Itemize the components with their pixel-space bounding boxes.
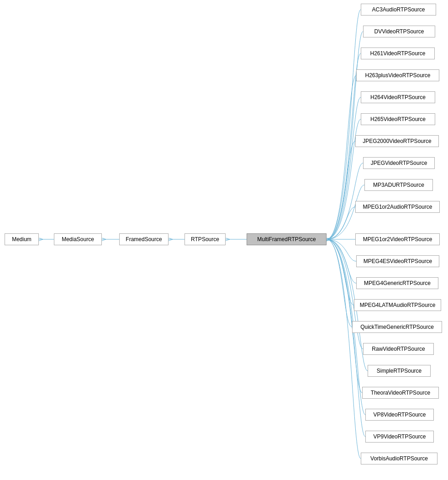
node-mediasource: MediaSource <box>54 233 102 245</box>
arrow-VorbisAudioRTPSource-to-MultiFramedRTPSource <box>327 239 361 459</box>
node-medium: Medium <box>5 233 39 245</box>
node-ac3audiortpsource: AC3AudioRTPSource <box>361 4 436 16</box>
node-rawvideortpsource: RawVideoRTPSource <box>363 343 434 355</box>
arrow-MPEG1or2AudioRTPSource-to-MultiFramedRTPSource <box>327 207 355 239</box>
node-mpeg4latmaudiortpsource: MPEG4LATMAudioRTPSource <box>354 299 441 311</box>
node-h261videortpsource: H261VideoRTPSource <box>361 47 435 59</box>
node-jpegvideortpsource: JPEGVideoRTPSource <box>363 157 435 169</box>
node-mp3adurtpsource: MP3ADURTPSource <box>364 179 433 191</box>
node-mpeg4esvideortpsource: MPEG4ESVideoRTPSource <box>356 255 439 267</box>
arrow-MPEG4GenericRTPSource-to-MultiFramedRTPSource <box>327 239 356 283</box>
node-rtpsource: RTPSource <box>184 233 226 245</box>
node-vp8videortpsource: VP8VideoRTPSource <box>365 409 434 421</box>
node-mpeg4genericrtpsource: MPEG4GenericRTPSource <box>356 277 438 289</box>
node-dvvideortpsource: DVVideoRTPSource <box>363 26 435 37</box>
arrow-H264VideoRTPSource-to-MultiFramedRTPSource <box>327 97 361 239</box>
arrow-VP9VideoRTPSource-to-MultiFramedRTPSource <box>327 239 365 437</box>
node-mpeg1or2videortpsource: MPEG1or2VideoRTPSource <box>355 233 440 245</box>
arrow-MPEG4ESVideoRTPSource-to-MultiFramedRTPSource <box>327 239 356 261</box>
node-vp9videortpsource: VP9VideoRTPSource <box>365 431 434 443</box>
node-jpeg2000videortpsource: JPEG2000VideoRTPSource <box>355 135 439 147</box>
node-vorbisaudiortpsource: VorbisAudioRTPSource <box>361 453 437 464</box>
node-h265videortpsource: H265VideoRTPSource <box>361 113 435 125</box>
node-quicktimegenericrtpsource: QuickTimeGenericRTPSource <box>352 321 442 333</box>
node-h264videortpsource: H264VideoRTPSource <box>361 91 435 103</box>
node-multiframedrtpsource: MultiFramedRTPSource <box>247 233 327 245</box>
arrow-H263plusVideoRTPSource-to-MultiFramedRTPSource <box>327 75 356 239</box>
node-framedsource: FramedSource <box>119 233 169 245</box>
arrow-JPEG2000VideoRTPSource-to-MultiFramedRTPSource <box>327 141 355 239</box>
node-mpeg1or2audiortpsource: MPEG1or2AudioRTPSource <box>355 201 440 213</box>
arrow-QuickTimeGenericRTPSource-to-MultiFramedRTPSource <box>327 239 352 327</box>
node-h263plusvideortpsource: H263plusVideoRTPSource <box>356 69 439 81</box>
node-theoravideortpsource: TheoraVideoRTPSource <box>362 387 439 399</box>
arrow-MPEG4LATMAudioRTPSource-to-MultiFramedRTPSource <box>327 239 354 305</box>
node-simplertpsource: SimpleRTPSource <box>368 365 431 377</box>
diagram-container: MediumMediaSourceFramedSourceRTPSourceMu… <box>0 0 448 480</box>
